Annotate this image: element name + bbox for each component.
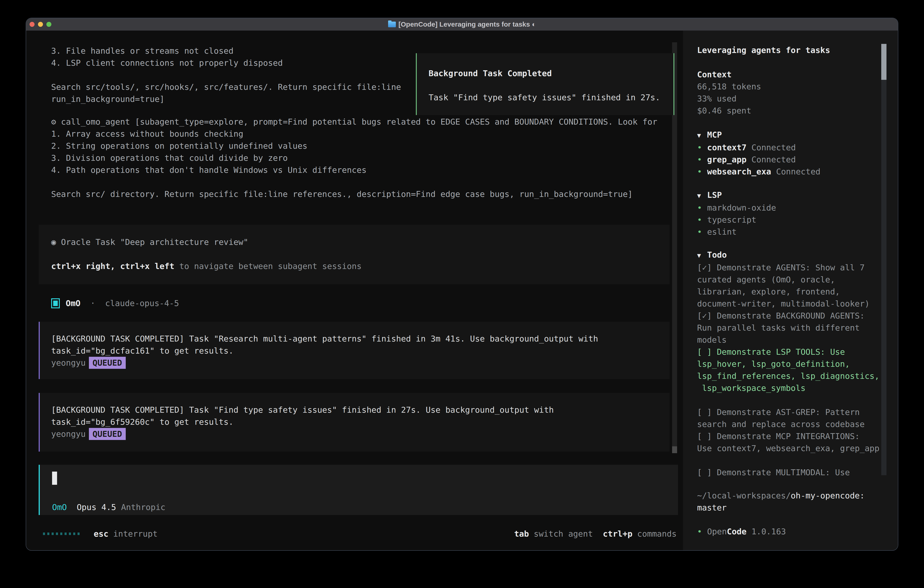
- workspace-path: ~/local-workspaces/oh-my-opencode:: [697, 489, 865, 502]
- opencode-window: [OpenCode] Leveraging agents for tasks ◐…: [26, 18, 898, 551]
- input-agent-name: OmO: [52, 502, 67, 512]
- agent-name: OmO: [66, 297, 81, 309]
- collapse-triangle-icon[interactable]: ▼: [697, 249, 707, 261]
- task-message-body: [BACKGROUND TASK COMPLETED] Task "Find t…: [51, 404, 670, 428]
- context-used: 33% used: [697, 92, 761, 105]
- task-message-meta: yeongyuQUEUED: [51, 428, 670, 440]
- context-header: Context: [697, 68, 761, 81]
- minimize-button[interactable]: [38, 22, 43, 27]
- app-version-row: •OpenCode 1.0.163: [697, 525, 786, 537]
- mcp-section: ▼MCP •context7 Connected •grep_app Conne…: [697, 129, 820, 178]
- task-message-meta: yeongyuQUEUED: [51, 357, 670, 369]
- todo-line: Use context7, websearch_exa, grep_app: [697, 442, 879, 454]
- mcp-item: •websearch_exa Connected: [697, 165, 820, 178]
- sidebar-scrollbar[interactable]: [881, 44, 886, 475]
- todo-line: search and replace across codebase: [697, 418, 879, 430]
- prompt-input[interactable]: OmO Opus 4.5 Anthropic: [39, 465, 678, 515]
- todo-line-active: lsp_find_references, lsp_diagnostics,: [697, 370, 879, 382]
- status-dot-icon: •: [697, 226, 707, 238]
- task-message-body: [BACKGROUND TASK COMPLETED] Task "Resear…: [51, 333, 670, 357]
- todo-section: ▼Todo [✓] Demonstrate AGENTS: Show all 7…: [697, 249, 879, 478]
- tool-call-output: ⚙ call_omo_agent [subagent_type=explore,…: [51, 116, 657, 200]
- window-body: 3. File handles or streams not closed 4.…: [26, 31, 898, 550]
- sidebar-scrollbar-thumb[interactable]: [881, 44, 886, 80]
- todo-section-header[interactable]: ▼Todo: [697, 249, 879, 261]
- text-cursor: [52, 472, 57, 485]
- background-task-notification: Background Task Completed Task "Find typ…: [416, 53, 674, 115]
- window-title: [OpenCode] Leveraging agents for tasks ◐: [388, 20, 536, 28]
- todo-line: [✓] Demonstrate BACKGROUND AGENTS:: [697, 310, 879, 322]
- terminal-pane: 3. File handles or streams not closed 4.…: [26, 31, 683, 550]
- maximize-button[interactable]: [46, 22, 51, 27]
- collapse-triangle-icon[interactable]: ▼: [697, 129, 707, 141]
- terminal-output-top: 3. File handles or streams not closed 4.…: [51, 45, 401, 105]
- status-dot-icon: •: [697, 154, 707, 165]
- input-model-name: Opus 4.5: [77, 502, 116, 512]
- todo-line: [ ] Demonstrate AST-GREP: Pattern: [697, 406, 879, 418]
- statusbar-left: esc interrupt: [43, 528, 158, 540]
- statusbar-right: tabswitch agentctrl+pcommands: [514, 528, 676, 540]
- lsp-item: •markdown-oxide: [697, 202, 776, 214]
- agent-model: claude-opus-4-5: [105, 297, 179, 309]
- agent-session-row[interactable]: OmO · claude-opus-4-5: [51, 297, 179, 309]
- notification-body: Task "Find type safety issues" finished …: [429, 91, 673, 104]
- session-sidebar: Leveraging agents for tasks Context 66,5…: [683, 31, 898, 550]
- todo-line: [ ] Demonstrate MULTIMODAL: Use: [697, 466, 879, 478]
- oracle-task-header: ◉ Oracle Task "Deep architecture review": [51, 236, 670, 248]
- task-author: yeongyu: [51, 358, 86, 367]
- oracle-shortcut: ctrl+x right, ctrl+x left: [51, 261, 174, 271]
- input-footer: OmO Opus 4.5 Anthropic: [52, 501, 165, 513]
- window-titlebar[interactable]: [OpenCode] Leveraging agents for tasks ◐: [26, 18, 898, 31]
- todo-line: librarian, explore, frontend,: [697, 286, 879, 297]
- todo-line-active: lsp_hover, lsp_goto_definition,: [697, 358, 879, 370]
- workspace-footer: ~/local-workspaces/oh-my-opencode: maste…: [697, 489, 865, 514]
- terminal-scrollbar-thumb[interactable]: [672, 446, 677, 453]
- status-dot-icon: •: [697, 202, 707, 214]
- tab-key-label: switch agent: [534, 529, 593, 538]
- collapse-triangle-icon[interactable]: ▼: [697, 190, 707, 202]
- agent-separator: ·: [90, 297, 95, 309]
- todo-line: [ ] Demonstrate MCP INTEGRATIONS:: [697, 430, 879, 442]
- screen: [OpenCode] Leveraging agents for tasks ◐…: [0, 0, 924, 588]
- agent-square-icon: [51, 298, 60, 308]
- close-button[interactable]: [30, 22, 35, 27]
- todo-line-active: lsp_workspace_symbols: [697, 382, 879, 394]
- oracle-task-box: ◉ Oracle Task "Deep architecture review"…: [39, 225, 670, 284]
- oracle-shortcut-desc: to navigate between subagent sessions: [174, 261, 362, 271]
- status-dot-icon: •: [697, 525, 707, 537]
- background-task-message-2: [BACKGROUND TASK COMPLETED] Task "Find t…: [39, 393, 670, 452]
- todo-line: Run parallel tasks with different: [697, 322, 879, 334]
- spinner-dots: [43, 532, 82, 536]
- todo-line: curated agents (OmO, oracle,: [697, 274, 879, 286]
- oracle-task-hint: ctrl+x right, ctrl+x left to navigate be…: [51, 260, 670, 272]
- lsp-section-header[interactable]: ▼LSP: [697, 189, 776, 202]
- lsp-section: ▼LSP •markdown-oxide •typescript •eslint: [697, 189, 776, 238]
- todo-line: document-writer, multimodal-looker): [697, 297, 879, 310]
- todo-line: models: [697, 334, 879, 346]
- status-dot-icon: •: [697, 165, 707, 178]
- context-section: Context 66,518 tokens 33% used $0.46 spe…: [697, 68, 761, 117]
- folder-icon: [388, 21, 396, 27]
- context-tokens: 66,518 tokens: [697, 81, 761, 92]
- mcp-section-header[interactable]: ▼MCP: [697, 129, 820, 141]
- task-author: yeongyu: [51, 429, 86, 439]
- context-spent: $0.46 spent: [697, 105, 761, 117]
- todo-line: [✓] Demonstrate AGENTS: Show all 7: [697, 261, 879, 274]
- tab-key-hint: tab: [514, 529, 529, 538]
- ctrlp-key-hint: ctrl+p: [603, 529, 632, 538]
- queued-badge: QUEUED: [89, 357, 126, 369]
- esc-key-hint: esc: [94, 528, 109, 540]
- esc-key-label: interrupt: [113, 528, 158, 540]
- workspace-branch: master: [697, 502, 865, 514]
- notification-title: Background Task Completed: [429, 67, 673, 79]
- background-task-message-1: [BACKGROUND TASK COMPLETED] Task "Resear…: [39, 322, 670, 379]
- window-title-text: [OpenCode] Leveraging agents for tasks ◐: [399, 20, 536, 28]
- sidebar-session-title: Leveraging agents for tasks: [697, 44, 830, 56]
- app-version: 1.0.163: [746, 527, 786, 536]
- ctrlp-key-label: commands: [637, 529, 676, 538]
- mcp-item: •grep_app Connected: [697, 154, 820, 165]
- queued-badge: QUEUED: [89, 428, 126, 440]
- mcp-item: •context7 Connected: [697, 141, 820, 154]
- lsp-item: •typescript: [697, 214, 776, 226]
- status-dot-icon: •: [697, 141, 707, 154]
